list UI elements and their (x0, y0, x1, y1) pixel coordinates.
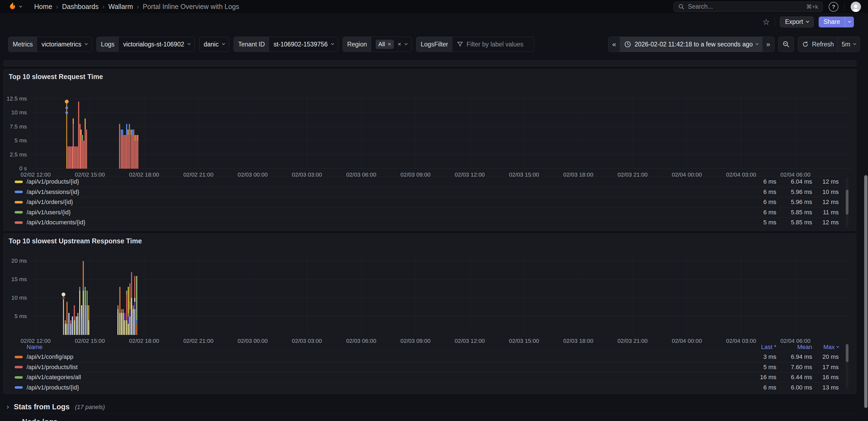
legend-sort-last[interactable]: Last * (738, 344, 776, 350)
export-button[interactable]: Export (780, 17, 813, 27)
bar-segment (72, 146, 73, 169)
panel-title[interactable]: Top 10 slowest Request Time (9, 73, 103, 81)
bar (65, 320, 66, 335)
plot-area[interactable]: 20 ms15 ms10 ms5 ms02/02 12:0002/02 15:0… (31, 256, 852, 335)
legend-series-name[interactable]: /api/v1/sessions/{id} (27, 189, 738, 196)
legend-value-mean: 6.00 ms (776, 384, 812, 391)
bar (134, 135, 135, 169)
time-range-picker[interactable]: 2026-02-02 11:42:18 to a few seconds ago (620, 37, 763, 52)
legend-row[interactable]: /api/v1/sessions/{id}6 ms5.96 ms10 ms (14, 187, 839, 197)
bar (86, 130, 87, 169)
variable-logsfilter: LogsFilter Filter by label values (416, 37, 534, 52)
legend-scrollbar-thumb[interactable] (846, 190, 848, 215)
row-node-logs-clipped[interactable]: Node logs (3, 418, 856, 421)
bar-segment (122, 130, 123, 135)
dashboard-actions-bar: ☆ Export Share (0, 13, 868, 30)
grafana-logo-menu[interactable] (7, 2, 22, 12)
breadcrumb-dashboards[interactable]: Dashboards (62, 3, 99, 10)
bar-segment (85, 130, 86, 169)
legend-series-swatch (14, 201, 23, 203)
user-avatar[interactable] (850, 2, 861, 12)
grid-line-vertical (35, 93, 36, 169)
bar-segment (132, 135, 133, 169)
search-input[interactable]: Search... ⌘+k (674, 2, 823, 12)
grid-line-horizontal (31, 99, 852, 99)
data-point-marker (62, 292, 65, 296)
time-shift-forward-button[interactable]: » (763, 37, 774, 52)
legend-row[interactable]: /api/v1/products/{id}6 ms6.04 ms12 ms (14, 176, 839, 187)
variable-region-value[interactable]: All × × (371, 37, 411, 52)
panel-title[interactable]: Top 10 slowest Upstream Response Time (9, 237, 142, 245)
refresh-button[interactable]: Refresh (798, 37, 838, 52)
legend-row[interactable]: /api/v1/documents/{id}5 ms5.85 ms12 ms (14, 217, 839, 228)
breadcrumb-home[interactable]: Home (34, 3, 52, 10)
variable-metrics-value[interactable]: victoriametrics (37, 37, 92, 52)
legend-row[interactable]: /api/v1/users/{id}6 ms5.85 ms11 ms (14, 207, 839, 218)
bar (137, 135, 138, 169)
bar (121, 309, 122, 335)
variable-danic-value[interactable]: danic (199, 37, 229, 52)
legend-value-max: 11 ms (812, 209, 839, 216)
row-title: Node logs (22, 418, 58, 421)
legend-row[interactable]: /api/v1/config/app3 ms6.94 ms20 ms (14, 352, 839, 362)
bar-segment (126, 320, 127, 335)
bar (78, 102, 79, 169)
legend-series-name[interactable]: /api/v1/products/{id} (27, 384, 738, 391)
row-stats-from-logs[interactable]: Stats from Logs (17 panels) (3, 401, 856, 413)
bar-segment (136, 320, 137, 324)
legend-sort-mean[interactable]: Mean (776, 344, 812, 350)
legend-row[interactable]: /api/v1/categories/all16 ms6.44 ms16 ms (14, 372, 839, 383)
variable-danic: danic (199, 37, 229, 52)
legend-value-mean: 7.60 ms (776, 364, 812, 371)
region-selected-chip[interactable]: All × (376, 40, 394, 49)
legend-row[interactable]: /api/v1/orders/{id}6 ms5.96 ms12 ms (14, 197, 839, 207)
bar-segment (75, 146, 76, 169)
logsfilter-input[interactable]: Filter by label values (453, 37, 534, 52)
time-zoom-out-button[interactable] (778, 37, 794, 52)
breadcrumb-separator: › (56, 3, 58, 10)
timeseries-chart[interactable]: 12.5 ms10 ms7.5 ms5 ms2.5 ms0 s02/02 12:… (31, 93, 852, 169)
legend-scrollbar[interactable] (846, 343, 848, 389)
legend-series-name[interactable]: /api/v1/users/{id} (27, 209, 738, 216)
legend-series-name[interactable]: /api/v1/documents/{id} (27, 219, 738, 226)
legend-series-name[interactable]: /api/v1/products/list (27, 364, 738, 371)
bar-segment (129, 124, 130, 135)
legend-value-max: 13 ms (812, 384, 839, 391)
breadcrumb-folder-wallarm[interactable]: Wallarm (108, 3, 133, 10)
legend-series-name[interactable]: /api/v1/config/app (27, 354, 738, 360)
chevron-down-icon (85, 42, 88, 45)
bar-segment (121, 309, 122, 313)
plot-area[interactable]: 12.5 ms10 ms7.5 ms5 ms2.5 ms0 s02/02 12:… (31, 93, 852, 169)
legend-scrollbar[interactable] (846, 177, 848, 228)
legend-sort-name[interactable]: Name (27, 344, 738, 350)
bar (67, 146, 69, 169)
bar-segment (79, 309, 80, 335)
grid-line-vertical (470, 93, 470, 169)
legend-row[interactable]: /api/v1/products/{id}6 ms6.00 ms13 ms (14, 383, 839, 393)
time-shift-back-button[interactable]: « (609, 37, 620, 52)
legend-series-name[interactable]: /api/v1/products/{id} (27, 178, 738, 185)
refresh-interval-picker[interactable]: 5m (838, 37, 860, 52)
bar (81, 305, 82, 335)
variable-logs-value[interactable]: victorialogs-st-106902 (119, 37, 194, 52)
remove-chip-icon[interactable]: × (388, 41, 391, 47)
bar-segment (118, 305, 119, 309)
clear-all-icon[interactable]: × (398, 41, 401, 47)
variable-tenant-id-value[interactable]: st-106902-1539756 (269, 37, 338, 52)
page-scrollbar-thumb[interactable] (864, 175, 867, 408)
help-icon[interactable]: ? (829, 2, 838, 12)
actions-divider (775, 18, 775, 26)
legend-sort-max[interactable]: Max (812, 344, 839, 350)
bar-segment (131, 272, 132, 298)
timeseries-chart[interactable]: 20 ms15 ms10 ms5 ms02/02 12:0002/02 15:0… (31, 256, 852, 335)
share-button[interactable]: Share (818, 17, 845, 27)
legend-series-name[interactable]: /api/v1/orders/{id} (27, 199, 738, 206)
data-point-marker (62, 297, 65, 299)
legend-row[interactable]: /api/v1/products/list5 ms7.60 ms17 ms (14, 362, 839, 372)
legend-scrollbar-thumb[interactable] (846, 344, 848, 362)
share-menu-button[interactable] (845, 17, 854, 27)
favorite-star-icon[interactable]: ☆ (763, 18, 770, 26)
legend-series-name[interactable]: /api/v1/categories/all (27, 374, 738, 381)
grid-line-horizontal (31, 168, 852, 169)
bar-segment (118, 313, 119, 335)
